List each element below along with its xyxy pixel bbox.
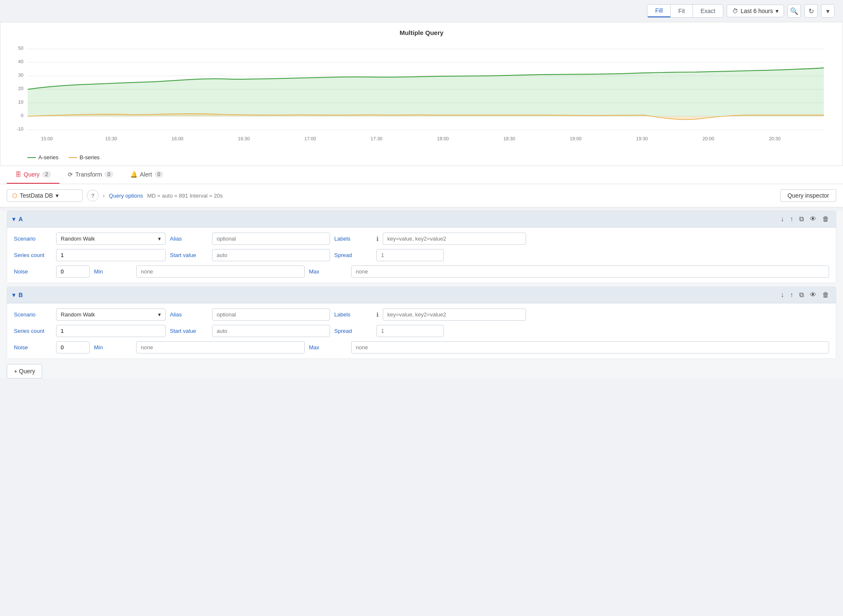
alias-input-b[interactable] [212,308,330,321]
tab-query[interactable]: 🗄 Query 2 [7,166,59,184]
query-a-body: Scenario Random Walk ▾ Alias Labels ℹ Se… [7,228,836,283]
query-block-a: ▾ A ↓ ↑ ⧉ 👁 🗑 Scenario Random Walk [7,211,836,283]
series-count-input-a[interactable] [56,249,166,261]
query-b-body: Scenario Random Walk ▾ Alias Labels ℹ Se… [7,303,836,359]
scenario-select-b[interactable]: Random Walk ▾ [56,308,166,321]
svg-text:20: 20 [18,86,23,91]
max-input-b[interactable] [351,341,829,354]
query-b-move-up[interactable]: ↑ [788,290,795,300]
query-a-row3: Noise Min Max [14,265,829,278]
query-block-b: ▾ B ↓ ↑ ⧉ 👁 🗑 Scenario Random Walk [7,287,836,359]
svg-text:19:00: 19:00 [570,136,582,141]
max-input-a[interactable] [351,265,829,278]
chevron-a-icon[interactable]: ▾ [12,216,15,222]
query-b-move-down[interactable]: ↓ [779,290,786,300]
tab-alert[interactable]: 🔔 Alert 0 [122,166,172,184]
svg-text:19:30: 19:30 [636,136,648,141]
query-a-actions: ↓ ↑ ⧉ 👁 🗑 [779,214,831,224]
query-block-a-header: ▾ A ↓ ↑ ⧉ 👁 🗑 [7,211,836,228]
time-range-selector[interactable]: ⏱ Last 6 hours ▾ [727,5,784,17]
query-inspector-button[interactable]: Query inspector [780,189,836,202]
labels-input-b[interactable] [383,308,526,321]
min-input-b[interactable] [136,341,305,354]
query-options-link[interactable]: Query options [109,193,143,199]
query-a-title: ▾ A [12,216,23,222]
chart-container: Multiple Query 50 40 30 20 10 0 -10 [0,22,843,166]
tab-alert-label: Alert [140,171,152,178]
query-a-delete[interactable]: 🗑 [821,214,831,224]
scenario-select-a[interactable]: Random Walk ▾ [56,233,166,245]
svg-text:18:30: 18:30 [503,136,515,141]
series-count-input-b[interactable] [56,325,166,337]
tab-query-badge: 2 [42,171,51,178]
svg-text:15:00: 15:00 [41,136,53,141]
query-a-duplicate[interactable]: ⧉ [797,214,805,224]
chart-title: Multiple Query [11,29,832,36]
query-a-label: A [19,216,23,222]
start-value-input-b[interactable] [212,325,330,337]
min-input-a[interactable] [136,265,305,278]
query-b-duplicate[interactable]: ⧉ [797,290,805,300]
chart-area: 50 40 30 20 10 0 -10 [11,41,832,151]
legend-b-series: B-series [69,154,100,161]
svg-text:0: 0 [21,113,23,118]
help-button[interactable]: ? [87,190,99,201]
alias-label-a: Alias [170,236,208,242]
chevron-down-icon: ▾ [776,8,779,14]
spread-input-a[interactable] [376,249,444,261]
tab-query-label: Query [24,171,40,178]
arrow-right-icon: › [103,193,105,199]
query-a-toggle-visible[interactable]: 👁 [808,214,818,224]
alias-input-a[interactable] [212,233,330,245]
queries-container: ▾ A ↓ ↑ ⧉ 👁 🗑 Scenario Random Walk [0,211,843,378]
start-value-label-a: Start value [170,252,208,258]
tabs-bar: 🗄 Query 2 ⟳ Transform 0 🔔 Alert 0 [0,166,843,184]
query-a-move-down[interactable]: ↓ [779,214,786,224]
more-options-button[interactable]: ▾ [821,4,835,18]
refresh-button[interactable]: ↻ [804,4,818,18]
svg-text:17:30: 17:30 [370,136,382,141]
labels-info-icon-a: ℹ [376,236,379,242]
query-b-title: ▾ B [12,292,23,298]
fill-button[interactable]: Fill [647,5,671,17]
chevron-b-icon[interactable]: ▾ [12,292,15,298]
scenario-label-a: Scenario [14,236,52,242]
add-query-button[interactable]: + Query [7,364,42,378]
datasource-selector[interactable]: ⬡ TestData DB ▾ [7,189,83,202]
scenario-chevron-a: ▾ [158,236,161,242]
fit-button[interactable]: Fit [671,5,693,17]
chart-legend: A-series B-series [11,151,832,161]
time-range-label: Last 6 hours [741,8,773,14]
transform-icon: ⟳ [68,171,73,178]
query-b-row1: Scenario Random Walk ▾ Alias Labels ℹ [14,308,829,321]
start-value-input-a[interactable] [212,249,330,261]
exact-button[interactable]: Exact [693,5,723,17]
spread-input-b[interactable] [376,325,444,337]
noise-input-a[interactable] [56,265,90,278]
bell-icon: 🔔 [130,171,137,178]
zoom-out-button[interactable]: 🔍 [787,4,801,18]
svg-text:15:30: 15:30 [105,136,117,141]
legend-a-label: A-series [38,154,59,161]
scenario-value-b: Random Walk [61,311,95,318]
svg-text:-10: -10 [16,126,23,131]
query-a-move-up[interactable]: ↑ [788,214,795,224]
scenario-chevron-b: ▾ [158,311,161,318]
tab-transform[interactable]: ⟳ Transform 0 [59,166,122,184]
spread-label-a: Spread [334,252,372,258]
query-block-b-header: ▾ B ↓ ↑ ⧉ 👁 🗑 [7,287,836,303]
labels-label-a: Labels [334,236,372,242]
query-b-toggle-visible[interactable]: 👁 [808,290,818,300]
top-toolbar: Fill Fit Exact ⏱ Last 6 hours ▾ 🔍 ↻ ▾ [0,0,843,22]
series-count-label-a: Series count [14,252,52,258]
query-a-row2: Series count Start value Spread [14,249,829,261]
datasource-name: TestData DB [20,192,53,199]
svg-text:20:00: 20:00 [702,136,714,141]
alias-label-b: Alias [170,311,208,318]
noise-input-b[interactable] [56,341,90,354]
query-b-delete[interactable]: 🗑 [821,290,831,300]
datasource-icon: ⬡ [12,192,17,199]
spread-label-b: Spread [334,328,372,334]
svg-text:40: 40 [18,59,23,64]
labels-input-a[interactable] [383,233,526,245]
